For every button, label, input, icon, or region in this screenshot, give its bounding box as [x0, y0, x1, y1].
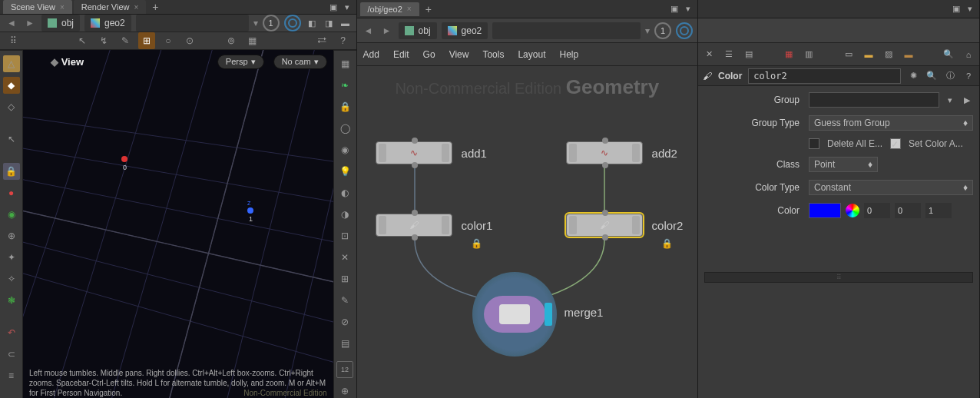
menu-add[interactable]: Add	[363, 49, 379, 60]
cube-icon[interactable]: ◧	[306, 17, 318, 29]
class-dropdown[interactable]: Point♦	[809, 157, 878, 172]
snapshot-icon[interactable]: ▦	[244, 32, 261, 49]
close-icon[interactable]: ×	[60, 3, 65, 12]
color-swatch[interactable]	[809, 203, 841, 218]
handles-icon[interactable]: ⠿	[5, 32, 22, 49]
box-icon[interactable]: ▬	[902, 48, 915, 61]
view-count[interactable]: 1	[654, 22, 671, 39]
node-merge1-display[interactable]	[472, 272, 557, 357]
menu-help[interactable]: Help	[559, 49, 578, 60]
display-c-icon[interactable]: ⊞	[336, 270, 353, 287]
menu-tools[interactable]: Tools	[482, 49, 504, 60]
maximize-icon[interactable]: ▣	[668, 3, 680, 15]
ring-icon[interactable]	[676, 22, 693, 39]
lock-icon[interactable]: 🔒	[3, 163, 20, 180]
view-count[interactable]: 1	[263, 15, 280, 32]
network-canvas[interactable]: Non-Commercial Edition Geometry ∿ add1 ∿…	[357, 66, 697, 398]
grid-a-icon[interactable]: ▦	[783, 48, 795, 61]
gear-icon[interactable]: ✺	[907, 70, 919, 82]
display-e-icon[interactable]: ⊘	[336, 313, 353, 330]
display-a-icon[interactable]: ⊡	[336, 227, 353, 244]
list-icon[interactable]: ▤	[743, 48, 755, 61]
green-tool-icon[interactable]: ◉	[3, 206, 20, 223]
deleteall-checkbox[interactable]	[809, 138, 819, 149]
close-icon[interactable]: ×	[407, 5, 412, 13]
camera-menu[interactable]: No cam▾	[273, 55, 327, 69]
nav-back-button[interactable]: ◄	[5, 16, 18, 30]
shelf-a-icon[interactable]: ◇	[3, 98, 20, 115]
render-icon[interactable]: ⊚	[223, 32, 240, 49]
tool-d-icon[interactable]: ⊕	[3, 227, 20, 244]
horizontal-scrollbar[interactable]: ⠿	[704, 272, 973, 283]
leaf-icon[interactable]: ❧	[336, 77, 353, 94]
tree-icon[interactable]: ☰	[723, 48, 735, 61]
tab-obj-geo2[interactable]: /obj/geo2×	[360, 2, 419, 16]
color-b-input[interactable]	[925, 203, 952, 218]
display-f-icon[interactable]: ▤	[336, 335, 353, 352]
select-tool-icon[interactable]: ↖	[74, 32, 91, 49]
pane-menu-icon[interactable]: ▾	[964, 3, 976, 15]
menu-layout[interactable]: Layout	[518, 49, 545, 60]
tool-i-icon[interactable]: ≡	[3, 367, 20, 384]
help-icon[interactable]: ?	[962, 70, 975, 82]
node-add1[interactable]: ∿ add1	[376, 141, 487, 164]
eye-icon[interactable]: ◉	[336, 141, 353, 158]
material-icon[interactable]: ◑	[336, 206, 353, 223]
pane-menu-icon[interactable]: ▾	[341, 1, 353, 13]
menu-edit[interactable]: Edit	[393, 49, 409, 60]
path-field[interactable]	[492, 22, 641, 39]
bulb-icon[interactable]: 💡	[336, 163, 353, 180]
menu-view[interactable]: View	[449, 49, 469, 60]
op-name-input[interactable]	[748, 68, 901, 84]
tools-icon[interactable]: ✕	[703, 48, 715, 61]
add-tab-button[interactable]: +	[421, 3, 436, 15]
path-field[interactable]	[136, 15, 249, 32]
group-field[interactable]	[809, 92, 939, 108]
display-b-icon[interactable]: ✕	[336, 249, 353, 266]
display-g-icon[interactable]: ⊕	[336, 383, 353, 398]
snap2-tool-icon[interactable]: ⊙	[181, 32, 198, 49]
colorwheel-icon[interactable]	[846, 204, 859, 217]
persp-menu[interactable]: Persp▾	[217, 55, 264, 69]
menu-go[interactable]: Go	[423, 49, 435, 60]
group-drop-icon[interactable]: ▾	[944, 94, 956, 106]
viewport-3d[interactable]: ◆ View Persp▾ No cam▾ 0 1 z Left mouse t…	[23, 50, 333, 398]
red-tool-icon[interactable]: ●	[3, 184, 20, 201]
group-select-icon[interactable]: ▶	[961, 94, 973, 106]
flip-icon[interactable]: ⮂	[313, 32, 330, 49]
maximize-icon[interactable]: ▣	[950, 3, 962, 15]
ring-icon[interactable]	[284, 15, 301, 32]
path-seg-obj[interactable]: obj	[399, 22, 437, 39]
close-icon[interactable]: ×	[134, 3, 139, 12]
nav-back-button[interactable]: ◄	[362, 24, 376, 38]
brush-tool-icon[interactable]: ✎	[117, 32, 134, 49]
setcolor-checkbox[interactable]: ✓	[890, 138, 901, 149]
tool-g-icon[interactable]: ❃	[3, 292, 20, 309]
tab-scene-view[interactable]: Scene View×	[3, 0, 72, 14]
lock-display-icon[interactable]: 🔒	[336, 98, 353, 115]
display-d-icon[interactable]: ✎	[336, 292, 353, 309]
grouptype-dropdown[interactable]: Guess from Group♦	[809, 115, 973, 131]
help-icon[interactable]: ?	[335, 32, 352, 49]
shade-icon[interactable]: ▦	[336, 55, 353, 72]
shelf-view-icon[interactable]: △	[3, 55, 20, 72]
add-tab-button[interactable]: +	[147, 1, 163, 13]
magnet-icon[interactable]: ⊂	[3, 346, 20, 363]
sticky-icon[interactable]: ▬	[862, 48, 875, 61]
nav-forward-button[interactable]: ►	[380, 24, 394, 38]
search-icon[interactable]: 🔍	[925, 70, 938, 82]
img-icon[interactable]: ▬	[339, 17, 352, 29]
point-1[interactable]	[247, 207, 253, 214]
path-seg-geo2[interactable]: geo2	[84, 15, 131, 32]
count-badge[interactable]: 12	[336, 361, 353, 378]
point-0[interactable]	[121, 156, 127, 162]
path-seg-obj[interactable]: obj	[41, 15, 80, 32]
node-add2[interactable]: ∿ add2	[566, 141, 677, 164]
nav-forward-button[interactable]: ►	[23, 16, 37, 30]
colortype-dropdown[interactable]: Constant♦	[809, 180, 973, 195]
lasso-tool-icon[interactable]: ↯	[95, 32, 112, 49]
color-r-input[interactable]	[864, 203, 890, 218]
node-color2[interactable]: 🖌 color2	[566, 214, 684, 237]
node-icon[interactable]: ▭	[843, 48, 855, 61]
path-dropdown-icon[interactable]: ▾	[253, 18, 258, 28]
